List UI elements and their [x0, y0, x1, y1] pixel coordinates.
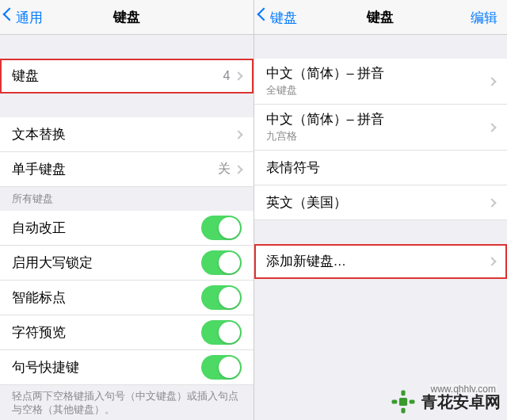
back-label: 键盘: [270, 9, 297, 27]
keyboard-label: 中文（简体）– 拼音 九宫格: [266, 111, 490, 143]
keyboard-item-emoji[interactable]: 表情符号: [254, 151, 508, 185]
text-replacement-row[interactable]: 文本替换: [0, 117, 254, 152]
chevron-right-icon: [234, 130, 242, 139]
chevron-right-icon: [234, 165, 242, 174]
auto-correct-toggle[interactable]: [201, 216, 242, 240]
chevron-right-icon: [487, 257, 496, 265]
char-preview-row[interactable]: 字符预览: [0, 315, 254, 350]
char-preview-label: 字符预览: [12, 324, 201, 342]
back-label: 通用: [16, 9, 43, 27]
add-new-keyboard-row[interactable]: 添加新键盘…: [254, 244, 508, 279]
keyboard-label: 中文（简体）– 拼音 全键盘: [266, 65, 490, 97]
keyboard-label: 英文（美国）: [266, 194, 490, 212]
add-new-keyboard-label: 添加新键盘…: [266, 253, 490, 270]
back-button-keyboards[interactable]: 键盘: [259, 0, 297, 35]
caps-lock-label: 启用大写锁定: [12, 254, 201, 272]
one-handed-value: 关: [218, 161, 231, 178]
caps-lock-toggle[interactable]: [201, 250, 242, 275]
chevron-left-icon: [259, 10, 269, 25]
auto-correct-row[interactable]: 自动改正: [0, 211, 254, 246]
keyboard-item-cn-9[interactable]: 中文（简体）– 拼音 九宫格: [254, 105, 508, 151]
one-handed-row[interactable]: 单手键盘 关: [0, 152, 254, 187]
smart-punct-row[interactable]: 智能标点: [0, 281, 254, 315]
left-navbar: 通用 键盘: [0, 0, 254, 35]
left-content: 键盘 4 文本替换 单手键盘 关 所有键盘 自动改正 启用大写锁定: [0, 35, 254, 420]
all-keyboards-header: 所有键盘: [0, 187, 254, 211]
text-replacement-label: 文本替换: [12, 126, 235, 143]
char-preview-toggle[interactable]: [201, 320, 242, 345]
smart-punct-toggle[interactable]: [201, 285, 242, 310]
caps-lock-row[interactable]: 启用大写锁定: [0, 246, 254, 281]
auto-correct-label: 自动改正: [12, 220, 201, 237]
keyboards-row[interactable]: 键盘 4: [0, 59, 254, 94]
period-shortcut-footer: 轻点两下空格键插入句号（中文键盘）或插入句点与空格（其他键盘）。: [0, 385, 254, 420]
right-nav-title: 键盘: [367, 8, 394, 26]
edit-label: 编辑: [471, 9, 497, 27]
chevron-left-icon: [5, 10, 14, 25]
left-pane: 通用 键盘 键盘 4 文本替换 单手键盘 关 所有键盘 自动改: [0, 0, 254, 420]
right-navbar: 键盘 键盘 编辑: [254, 0, 508, 35]
chevron-right-icon: [487, 198, 496, 207]
back-button-general[interactable]: 通用: [5, 0, 43, 35]
keyboard-item-en-us[interactable]: 英文（美国）: [254, 185, 508, 220]
keyboard-item-cn-full[interactable]: 中文（简体）– 拼音 全键盘: [254, 59, 508, 105]
chevron-right-icon: [234, 71, 242, 80]
smart-punct-label: 智能标点: [12, 289, 201, 307]
right-pane: 键盘 键盘 编辑 中文（简体）– 拼音 全键盘 中文（简体）– 拼音 九宫格: [254, 0, 508, 420]
period-shortcut-row[interactable]: 句号快捷键: [0, 350, 254, 385]
keyboard-label: 表情符号: [266, 159, 496, 177]
one-handed-label: 单手键盘: [12, 161, 218, 178]
right-content: 中文（简体）– 拼音 全键盘 中文（简体）– 拼音 九宫格 表情符号 英文（美国…: [254, 35, 508, 420]
keyboards-count: 4: [223, 69, 231, 83]
period-shortcut-label: 句号快捷键: [12, 359, 201, 376]
chevron-right-icon: [487, 123, 496, 132]
edit-button[interactable]: 编辑: [471, 0, 497, 35]
left-nav-title: 键盘: [113, 8, 140, 26]
chevron-right-icon: [487, 77, 496, 86]
keyboards-label: 键盘: [12, 67, 223, 85]
period-shortcut-toggle[interactable]: [201, 355, 242, 380]
